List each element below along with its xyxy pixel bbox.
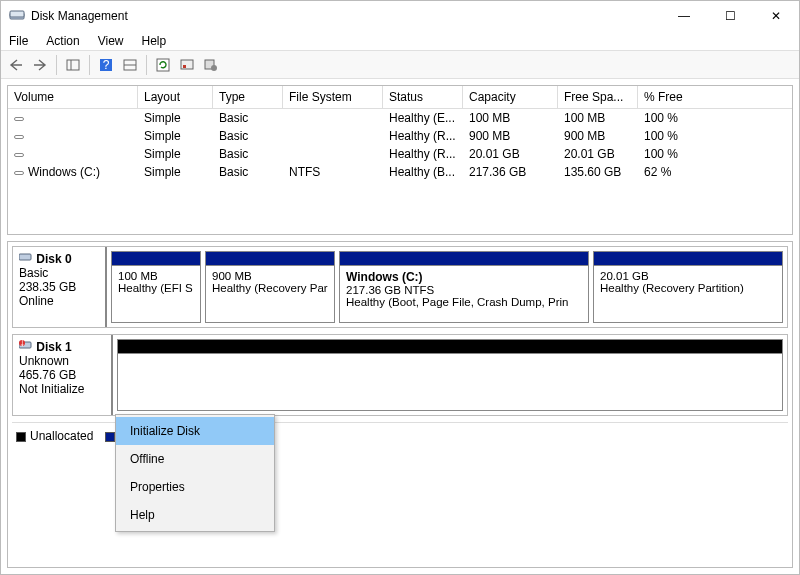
show-bottom-pane-button[interactable] xyxy=(119,54,141,76)
partition-body xyxy=(118,354,782,410)
sep-icon xyxy=(89,55,90,75)
col-type[interactable]: Type xyxy=(213,86,283,108)
window-title: Disk Management xyxy=(31,9,661,23)
unallocated-partition[interactable] xyxy=(117,339,783,411)
disk-type: Unknown xyxy=(19,354,69,368)
disk-1-label[interactable]: ↓ Disk 1 Unknown 465.76 GB Not Initializ… xyxy=(13,335,113,415)
col-capacity[interactable]: Capacity xyxy=(463,86,558,108)
col-volume[interactable]: Volume xyxy=(8,86,138,108)
svg-text:?: ? xyxy=(103,58,110,72)
disk-1-partitions xyxy=(113,335,787,415)
col-layout[interactable]: Layout xyxy=(138,86,213,108)
maximize-button[interactable]: ☐ xyxy=(707,1,753,31)
disk-management-window: Disk Management — ☐ ✕ File Action View H… xyxy=(0,0,800,575)
volume-row[interactable]: SimpleBasicHealthy (E...100 MB100 MB100 … xyxy=(8,109,792,127)
menu-action[interactable]: Action xyxy=(44,32,81,50)
menu-view[interactable]: View xyxy=(96,32,126,50)
col-freespace[interactable]: Free Spa... xyxy=(558,86,638,108)
primary-partition[interactable]: 100 MBHealthy (EFI S xyxy=(111,251,201,323)
svg-rect-13 xyxy=(19,254,31,260)
menu-offline[interactable]: Offline xyxy=(116,445,274,473)
show-hide-tree-button[interactable] xyxy=(62,54,84,76)
primary-partition[interactable]: 900 MBHealthy (Recovery Par xyxy=(205,251,335,323)
primary-partition[interactable]: Windows (C:)217.36 GB NTFSHealthy (Boot,… xyxy=(339,251,589,323)
unallocated-cap-icon xyxy=(118,340,782,354)
volume-row[interactable]: Windows (C:)SimpleBasicNTFSHealthy (B...… xyxy=(8,163,792,181)
disk-type: Basic xyxy=(19,266,48,280)
svg-rect-8 xyxy=(157,59,169,71)
primary-cap-icon xyxy=(206,252,334,266)
disk-name: Disk 0 xyxy=(36,252,71,266)
primary-cap-icon xyxy=(112,252,200,266)
back-button[interactable] xyxy=(5,54,27,76)
partition-body: 20.01 GBHealthy (Recovery Partition) xyxy=(594,266,782,322)
partition-body: Windows (C:)217.36 GB NTFSHealthy (Boot,… xyxy=(340,266,588,322)
help-button[interactable]: ? xyxy=(95,54,117,76)
disk-1-row[interactable]: ↓ Disk 1 Unknown 465.76 GB Not Initializ… xyxy=(12,334,788,416)
col-pctfree[interactable]: % Free xyxy=(638,86,698,108)
svg-rect-2 xyxy=(67,60,79,70)
partition-body: 100 MBHealthy (EFI S xyxy=(112,266,200,322)
volume-row[interactable]: SimpleBasicHealthy (R...20.01 GB20.01 GB… xyxy=(8,145,792,163)
disk-0-label[interactable]: Disk 0 Basic 238.35 GB Online xyxy=(13,247,107,327)
menu-help[interactable]: Help xyxy=(116,501,274,529)
disk-0-row[interactable]: Disk 0 Basic 238.35 GB Online 100 MBHeal… xyxy=(12,246,788,328)
svg-text:↓: ↓ xyxy=(19,339,25,349)
refresh-button[interactable] xyxy=(152,54,174,76)
settings-button[interactable] xyxy=(200,54,222,76)
forward-button[interactable] xyxy=(29,54,51,76)
menubar: File Action View Help xyxy=(1,31,799,51)
disk-icon xyxy=(19,252,33,266)
volume-row[interactable]: SimpleBasicHealthy (R...900 MB900 MB100 … xyxy=(8,127,792,145)
volume-icon xyxy=(14,171,24,175)
menu-properties[interactable]: Properties xyxy=(116,473,274,501)
svg-rect-10 xyxy=(183,65,186,68)
disk-name: Disk 1 xyxy=(36,340,71,354)
disk-size: 238.35 GB xyxy=(19,280,76,294)
minimize-button[interactable]: — xyxy=(661,1,707,31)
menu-initialize-disk[interactable]: Initialize Disk xyxy=(116,417,274,445)
context-menu: Initialize Disk Offline Properties Help xyxy=(115,414,275,532)
col-filesystem[interactable]: File System xyxy=(283,86,383,108)
primary-cap-icon xyxy=(594,252,782,266)
window-controls: — ☐ ✕ xyxy=(661,1,799,31)
volume-list[interactable]: Volume Layout Type File System Status Ca… xyxy=(7,85,793,235)
svg-rect-9 xyxy=(181,60,193,69)
close-button[interactable]: ✕ xyxy=(753,1,799,31)
disk-state: Online xyxy=(19,294,54,308)
rescan-button[interactable] xyxy=(176,54,198,76)
disk-size: 465.76 GB xyxy=(19,368,76,382)
toolbar: ? xyxy=(1,51,799,79)
col-status[interactable]: Status xyxy=(383,86,463,108)
legend-unallocated: Unallocated xyxy=(16,429,93,443)
partition-body: 900 MBHealthy (Recovery Par xyxy=(206,266,334,322)
menu-file[interactable]: File xyxy=(7,32,30,50)
svg-rect-1 xyxy=(10,11,24,17)
titlebar[interactable]: Disk Management — ☐ ✕ xyxy=(1,1,799,31)
sep-icon xyxy=(56,55,57,75)
app-icon xyxy=(9,8,25,24)
primary-cap-icon xyxy=(340,252,588,266)
volume-icon xyxy=(14,153,24,157)
menu-help[interactable]: Help xyxy=(140,32,169,50)
disk-error-icon: ↓ xyxy=(19,340,33,354)
volume-icon xyxy=(14,135,24,139)
column-headers: Volume Layout Type File System Status Ca… xyxy=(8,86,792,109)
primary-partition[interactable]: 20.01 GBHealthy (Recovery Partition) xyxy=(593,251,783,323)
disk-state: Not Initialize xyxy=(19,382,84,396)
volume-icon xyxy=(14,117,24,121)
sep-icon xyxy=(146,55,147,75)
svg-point-12 xyxy=(211,65,217,71)
